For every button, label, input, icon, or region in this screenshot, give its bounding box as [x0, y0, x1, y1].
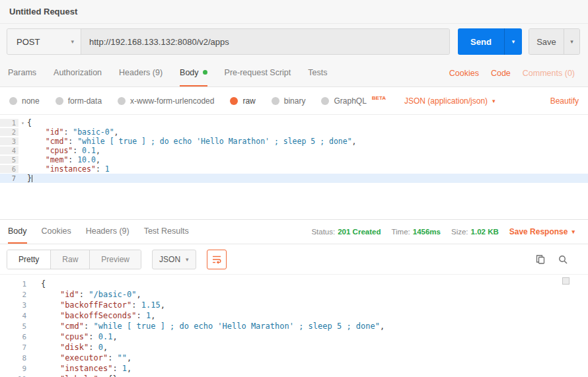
code-line[interactable]: 3 "backoffFactor": 1.15, — [0, 300, 588, 310]
response-tab-cookies[interactable]: Cookies — [42, 220, 71, 244]
cookies-link[interactable]: Cookies — [449, 69, 479, 78]
request-tabs-bar: ParamsAuthorizationHeaders (9)BodyPre-re… — [0, 59, 588, 87]
code-token: "while [ true ] ; do echo 'Hello Maratho… — [77, 137, 351, 146]
response-status: Status: 201 Created — [311, 228, 381, 236]
response-time: Time: 1456ms — [391, 228, 441, 236]
copy-icon[interactable] — [535, 254, 546, 265]
radio-dot — [55, 97, 63, 105]
tab-headers-9[interactable]: Headers (9) — [119, 59, 163, 86]
format-select[interactable]: JSON ▾ — [152, 250, 196, 269]
line-number: 5 — [0, 156, 18, 164]
tab-params[interactable]: Params — [8, 59, 36, 86]
view-raw[interactable]: Raw — [50, 250, 89, 269]
code-token — [41, 311, 60, 320]
response-tab-test-results[interactable]: Test Results — [144, 220, 189, 244]
body-type-x-www-form-urlencoded[interactable]: x-www-form-urlencoded — [118, 96, 214, 106]
response-size: Size: 1.02 KB — [451, 228, 499, 236]
code-text: "id": "/basic-0", — [41, 290, 141, 299]
send-button[interactable]: Send — [458, 28, 504, 55]
code-text: "backoffSeconds": 1, — [41, 311, 155, 320]
code-token — [41, 322, 60, 331]
code-line[interactable]: 5 "cmd": "while [ true ] ; do echo 'Hell… — [0, 321, 588, 331]
wrap-text-button[interactable] — [207, 250, 227, 269]
code-line[interactable]: 8 "executor": "", — [0, 353, 588, 363]
save-response-button[interactable]: Save Response ▾ — [509, 227, 575, 236]
search-icon[interactable] — [558, 254, 568, 265]
code-link[interactable]: Code — [491, 69, 511, 78]
request-body-editor[interactable]: 1▾{2 "id": "basic-0",3 "cmd": "while [ t… — [0, 115, 588, 219]
unsaved-body-dot — [203, 70, 207, 75]
tab-body[interactable]: Body — [180, 59, 207, 86]
response-body-editor: 1{2 "id": "/basic-0",3 "backoffFactor": … — [0, 275, 588, 377]
code-token: } — [27, 174, 32, 183]
code-text: "backoffFactor": 1.15, — [41, 300, 165, 310]
code-line[interactable]: 7 "disk": 0, — [0, 342, 588, 353]
code-token: , — [161, 300, 165, 310]
chevron-down-icon: ▾ — [512, 38, 515, 45]
tab-pre-request-script[interactable]: Pre-request Script — [225, 59, 291, 86]
response-meta: Status: 201 Created Time: 1456ms Size: 1… — [311, 220, 575, 244]
code-line[interactable]: 6 "instances": 1 — [0, 164, 588, 174]
comments-0-link[interactable]: Comments (0) — [523, 69, 575, 78]
code-line[interactable]: 6 "cpus": 0.1, — [0, 331, 588, 342]
code-line[interactable]: 5 "mem": 10.0, — [0, 155, 588, 164]
tab-authorization[interactable]: Authorization — [54, 59, 102, 86]
scrollbar-thumb[interactable] — [562, 277, 570, 285]
response-action-icons — [535, 254, 568, 265]
method-label: POST — [17, 37, 40, 47]
tab-tests[interactable]: Tests — [308, 59, 327, 86]
body-type-binary[interactable]: binary — [272, 96, 306, 106]
request-title: Untitled Request — [9, 7, 77, 17]
line-number: 8 — [0, 354, 29, 362]
code-line[interactable]: 4 "cpus": 0.1, — [0, 146, 588, 155]
code-line[interactable]: 2 "id": "/basic-0", — [0, 289, 588, 300]
code-line[interactable]: 1{ — [0, 279, 588, 289]
save-options-button[interactable]: ▾ — [564, 29, 579, 54]
status-value: 201 Created — [338, 228, 381, 236]
wrap-text-icon — [211, 254, 222, 265]
url-input[interactable] — [81, 29, 449, 54]
code-token: , — [103, 343, 108, 352]
code-token: 0 — [98, 343, 103, 352]
code-token: "backoffFactor" — [60, 300, 131, 310]
code-line[interactable]: 4 "backoffSeconds": 1, — [0, 310, 588, 321]
chevron-down-icon: ▾ — [571, 228, 575, 235]
response-tab-headers-9[interactable]: Headers (9) — [86, 220, 129, 244]
code-line[interactable]: 2 "id": "basic-0", — [0, 127, 588, 137]
send-options-button[interactable]: ▾ — [504, 28, 522, 55]
body-type-raw[interactable]: raw — [230, 96, 255, 106]
view-preview[interactable]: Preview — [89, 250, 141, 269]
code-token: , — [114, 127, 119, 137]
code-line[interactable]: 7} — [0, 174, 588, 183]
body-type-none[interactable]: none — [9, 96, 40, 106]
response-tab-body[interactable]: Body — [8, 220, 27, 244]
body-type-graphql[interactable]: GraphQLBETA — [321, 96, 386, 106]
line-number: 2 — [0, 291, 29, 299]
chevron-down-icon: ▾ — [570, 38, 573, 45]
beautify-link[interactable]: Beautify — [550, 96, 579, 106]
code-token: "id" — [46, 127, 64, 137]
code-line[interactable]: 1▾{ — [0, 118, 588, 127]
line-number: 3 — [0, 137, 18, 145]
fold-arrow-icon[interactable]: ▾ — [18, 120, 27, 126]
content-type-select[interactable]: JSON (application/json) ▾ — [404, 96, 496, 106]
method-select[interactable]: POST ▾ — [7, 29, 81, 54]
view-pretty[interactable]: Pretty — [7, 250, 50, 269]
body-type-form-data[interactable]: form-data — [55, 96, 102, 106]
code-line[interactable]: 10 "labels": {}, — [0, 374, 588, 377]
code-token: : — [68, 155, 77, 164]
code-text: "mem": 10.0, — [27, 155, 100, 164]
code-token: : — [68, 137, 77, 146]
code-line[interactable]: 3 "cmd": "while [ true ] ; do echo 'Hell… — [0, 137, 588, 146]
code-text: "cpus": 0.1, — [41, 332, 118, 341]
code-token: "instances" — [46, 164, 96, 174]
size-value: 1.02 KB — [471, 228, 499, 236]
code-line[interactable]: 9 "instances": 1, — [0, 363, 588, 374]
code-token: : — [63, 127, 73, 137]
code-token: : — [79, 290, 89, 299]
radio-dot — [9, 97, 17, 105]
tab-label: Authorization — [54, 68, 102, 77]
code-text: "cmd": "while [ true ] ; do echo 'Hello … — [41, 322, 385, 331]
save-button[interactable]: Save — [529, 29, 564, 54]
radio-label: form-data — [68, 96, 102, 106]
